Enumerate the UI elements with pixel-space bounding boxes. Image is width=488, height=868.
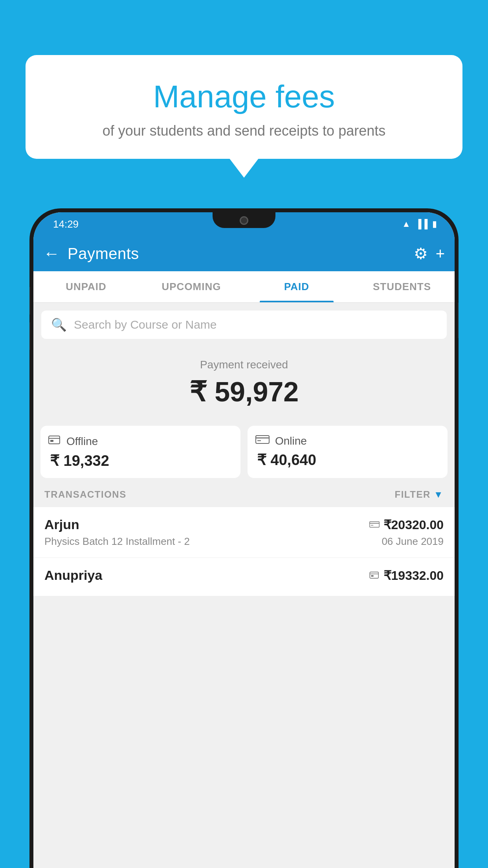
offline-card-header: Offline: [48, 434, 233, 448]
app-bar-icons: ⚙ +: [414, 245, 445, 263]
phone-notch: [213, 212, 275, 228]
battery-icon: ▮: [432, 219, 437, 229]
svg-rect-9: [370, 572, 378, 578]
phone-frame: 14:29 ▲ ▐▐ ▮ ← Payments ⚙ + UNPAID: [29, 208, 459, 868]
offline-icon: [48, 434, 61, 448]
offline-payment-icon: [369, 568, 380, 583]
svg-rect-11: [371, 575, 373, 577]
online-payment-card: Online ₹ 40,640: [248, 426, 448, 478]
online-icon: [255, 434, 270, 447]
app-bar: ← Payments ⚙ +: [33, 236, 455, 271]
bubble-subtitle: of your students and send receipts to pa…: [41, 123, 447, 139]
payment-summary: Payment received ₹ 59,972: [33, 347, 455, 426]
tabs-bar: UNPAID UPCOMING PAID STUDENTS: [33, 271, 455, 303]
online-card-header: Online: [255, 434, 440, 447]
offline-payment-card: Offline ₹ 19,332: [40, 426, 240, 478]
signal-icon: ▐▐: [415, 219, 427, 229]
transaction-detail-arjun: Physics Batch 12 Installment - 2: [44, 535, 190, 548]
add-icon[interactable]: +: [436, 245, 445, 263]
transaction-top-arjun: Arjun ₹20320.00: [44, 517, 444, 532]
tab-students[interactable]: STUDENTS: [349, 271, 455, 302]
transaction-amount-arjun: ₹20320.00: [369, 517, 444, 532]
offline-label: Offline: [66, 435, 98, 448]
front-camera: [240, 216, 248, 225]
transaction-name-arjun: Arjun: [44, 517, 79, 532]
gear-icon[interactable]: ⚙: [414, 245, 428, 263]
offline-amount: ₹ 19,332: [48, 452, 233, 469]
online-amount: ₹ 40,640: [255, 451, 440, 469]
bubble-title: Manage fees: [41, 79, 447, 115]
svg-rect-3: [256, 436, 269, 443]
transaction-top-anupriya: Anupriya ₹19332.00: [44, 568, 444, 583]
payment-cards: Offline ₹ 19,332: [40, 426, 448, 478]
svg-rect-6: [369, 522, 379, 527]
power-button: [458, 303, 459, 338]
phone-screen: 14:29 ▲ ▐▐ ▮ ← Payments ⚙ + UNPAID: [33, 212, 455, 868]
transactions-header: TRANSACTIONS FILTER ▼: [33, 478, 455, 507]
wifi-icon: ▲: [402, 219, 411, 229]
app-bar-title: Payments: [68, 245, 414, 263]
vol-down-button: [29, 322, 30, 350]
transaction-row-arjun[interactable]: Arjun ₹20320.00 Physics Batch 1: [33, 507, 455, 558]
tab-unpaid[interactable]: UNPAID: [33, 271, 139, 302]
status-time: 14:29: [53, 218, 79, 230]
speech-bubble: Manage fees of your students and send re…: [26, 55, 462, 159]
online-label: Online: [275, 435, 307, 447]
transaction-name-anupriya: Anupriya: [44, 568, 102, 583]
transactions-label: TRANSACTIONS: [44, 489, 127, 500]
filter-icon: ▼: [434, 489, 444, 500]
svg-rect-2: [50, 440, 53, 442]
svg-rect-0: [49, 436, 60, 444]
payment-total-amount: ₹ 59,972: [41, 376, 447, 408]
transaction-date-arjun: 06 June 2019: [382, 535, 444, 548]
search-placeholder: Search by Course or Name: [74, 318, 217, 331]
search-icon: 🔍: [51, 317, 67, 332]
search-bar[interactable]: 🔍 Search by Course or Name: [41, 311, 447, 339]
content-area: 🔍 Search by Course or Name Payment recei…: [33, 303, 455, 868]
status-icons: ▲ ▐▐ ▮: [402, 219, 437, 229]
back-button[interactable]: ←: [43, 244, 60, 263]
payment-received-label: Payment received: [41, 359, 447, 371]
transaction-row-anupriya[interactable]: Anupriya ₹19332.00: [33, 558, 455, 596]
tab-upcoming[interactable]: UPCOMING: [139, 271, 244, 302]
filter-button[interactable]: FILTER ▼: [395, 489, 444, 500]
online-payment-icon: [369, 517, 380, 532]
tab-paid[interactable]: PAID: [244, 271, 349, 302]
vol-up-button: [29, 287, 30, 314]
transaction-amount-anupriya: ₹19332.00: [369, 568, 444, 583]
transaction-bottom-arjun: Physics Batch 12 Installment - 2 06 June…: [44, 535, 444, 548]
